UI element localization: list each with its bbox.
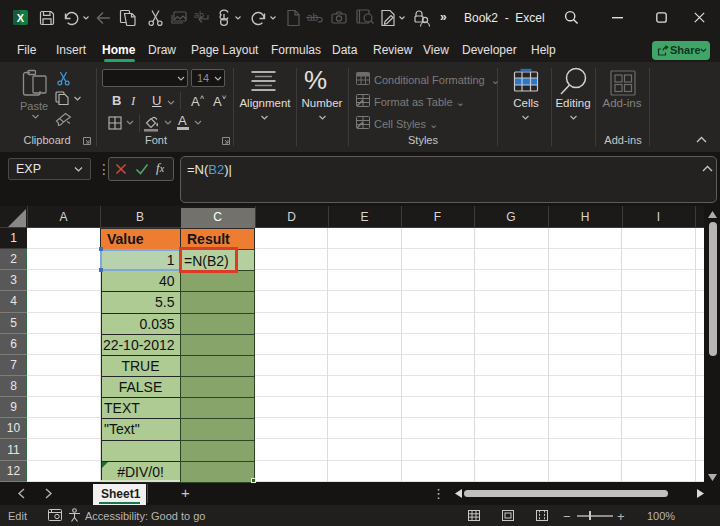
svg-text:X: X — [17, 12, 25, 24]
